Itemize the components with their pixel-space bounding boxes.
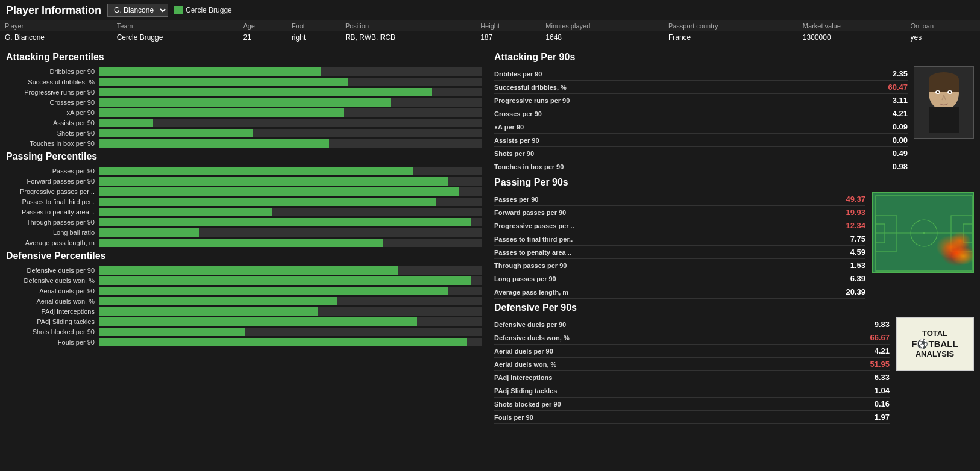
page-title: Player Information — [6, 4, 101, 17]
stat-row: Shots blocked per 900.16 — [494, 398, 890, 411]
stat-value: 1.04 — [875, 386, 890, 395]
bar-fill — [99, 88, 432, 96]
bar-fill — [99, 108, 344, 117]
bar-fill — [99, 177, 448, 186]
team-name: Cercle Brugge — [186, 6, 232, 14]
heatmap-svg — [873, 193, 974, 273]
bar-fill — [99, 78, 348, 86]
bar-container — [99, 98, 482, 107]
stat-label: Touches in box per 90 — [494, 163, 564, 170]
bar-fill — [99, 67, 321, 76]
bar-container — [99, 239, 482, 247]
stat-value: 4.59 — [850, 248, 865, 257]
stat-value: 7.75 — [850, 234, 865, 243]
bar-row: Successful dribbles, % — [6, 78, 482, 86]
tfa-line2: F⚽TBALL — [911, 338, 958, 349]
player-info-table: Player Team Age Foot Position Height Min… — [0, 20, 980, 43]
player-selector[interactable]: G. Biancone — [107, 4, 168, 17]
stat-row: Progressive passes per ..12.34 — [494, 219, 865, 232]
defensive-per90-section: Defensive Per 90s Defensive duels per 90… — [494, 299, 890, 424]
stat-value: 2.35 — [893, 69, 908, 78]
stat-label: Defensive duels per 90 — [494, 321, 566, 328]
val-loan: yes — [906, 31, 980, 43]
stat-value: 4.21 — [893, 109, 908, 118]
val-team: Cercle Brugge — [112, 31, 239, 43]
bar-fill — [99, 297, 337, 305]
bar-fill — [99, 218, 471, 226]
bar-label: Aerial duels per 90 — [6, 287, 99, 295]
stat-label: Long passes per 90 — [494, 275, 556, 282]
stat-value: 51.95 — [870, 360, 890, 369]
stat-row: xA per 900.09 — [494, 120, 908, 134]
stat-value: 0.09 — [893, 122, 908, 131]
stat-value: 0.49 — [893, 149, 908, 158]
stat-value: 6.33 — [875, 373, 890, 382]
bar-row: Through passes per 90 — [6, 218, 482, 226]
bar-label: Through passes per 90 — [6, 219, 99, 226]
stat-row: Passes per 9049.37 — [494, 193, 865, 206]
defensive-percentiles-title: Defensive Percentiles — [6, 251, 482, 261]
stat-row: Passes to penalty area ..4.59 — [494, 246, 865, 259]
stat-label: Assists per 90 — [494, 137, 539, 144]
bar-label: Defensive duels per 90 — [6, 267, 99, 274]
bar-fill — [99, 98, 391, 107]
right-panel: Attacking Per 90s Dribbles per 902.35Suc… — [488, 43, 980, 429]
bar-row: Assists per 90 — [6, 119, 482, 127]
stat-label: Aerial duels per 90 — [494, 348, 553, 355]
stat-label: Shots blocked per 90 — [494, 401, 561, 408]
val-passport: France — [664, 31, 798, 43]
stat-label: PAdj Sliding tackles — [494, 387, 557, 395]
attacking-per90-row: Attacking Per 90s Dribbles per 902.35Suc… — [494, 48, 974, 173]
left-panel: Attacking Percentiles Dribbles per 90Suc… — [0, 43, 488, 429]
bar-label: PAdj Interceptions — [6, 308, 99, 315]
stat-value: 19.93 — [846, 208, 865, 217]
stat-value: 66.67 — [870, 333, 890, 342]
stat-row: Defensive duels won, %66.67 — [494, 331, 890, 345]
stat-label: Shots per 90 — [494, 150, 534, 157]
stat-row: Aerial duels won, %51.95 — [494, 358, 890, 371]
bar-label: xA per 90 — [6, 109, 99, 116]
bar-container — [99, 297, 482, 305]
bar-label: Passes to final third per.. — [6, 198, 99, 205]
svg-rect-2 — [929, 107, 959, 133]
bar-fill — [99, 187, 459, 196]
passing-percentiles-section: Passing Percentiles Passes per 90Forward… — [6, 151, 482, 247]
bar-container — [99, 328, 482, 336]
bar-label: Fouls per 90 — [6, 338, 99, 346]
stat-row: Aerial duels per 904.21 — [494, 345, 890, 358]
stat-value: 0.16 — [875, 399, 890, 408]
col-loan: On loan — [906, 20, 980, 31]
bar-fill — [99, 208, 272, 216]
passing-per90-title: Passing Per 90s — [494, 177, 865, 188]
team-color-box — [174, 6, 183, 14]
bar-container — [99, 167, 482, 175]
bar-label: Long ball ratio — [6, 229, 99, 236]
attacking-per90-section: Attacking Per 90s Dribbles per 902.35Suc… — [494, 48, 908, 173]
bar-fill — [99, 119, 153, 127]
bar-label: Assists per 90 — [6, 119, 99, 126]
bar-row: Aerial duels per 90 — [6, 287, 482, 295]
bar-row: Shots per 90 — [6, 129, 482, 137]
svg-rect-4 — [929, 80, 959, 92]
bar-container — [99, 129, 482, 137]
bar-label: Passes per 90 — [6, 167, 99, 175]
stat-row: Crosses per 904.21 — [494, 107, 908, 120]
stat-label: PAdj Interceptions — [494, 374, 552, 381]
bar-container — [99, 307, 482, 316]
col-market: Market value — [798, 20, 906, 31]
bar-fill — [99, 307, 318, 316]
stat-row: Fouls per 901.97 — [494, 411, 890, 424]
bar-container — [99, 119, 482, 127]
bar-label: Aerial duels won, % — [6, 298, 99, 305]
stat-label: Successful dribbles, % — [494, 84, 567, 91]
stat-label: Fouls per 90 — [494, 414, 533, 421]
attacking-stats: Dribbles per 902.35Successful dribbles, … — [494, 67, 908, 173]
bar-container — [99, 287, 482, 295]
stat-row: Touches in box per 900.98 — [494, 160, 908, 173]
bar-container — [99, 139, 482, 148]
stat-value: 0.98 — [893, 162, 908, 171]
bar-container — [99, 218, 482, 226]
svg-point-7 — [937, 91, 939, 93]
stat-value: 0.00 — [893, 136, 908, 145]
passing-per90-section: Passing Per 90s Passes per 9049.37Forwar… — [494, 173, 865, 299]
